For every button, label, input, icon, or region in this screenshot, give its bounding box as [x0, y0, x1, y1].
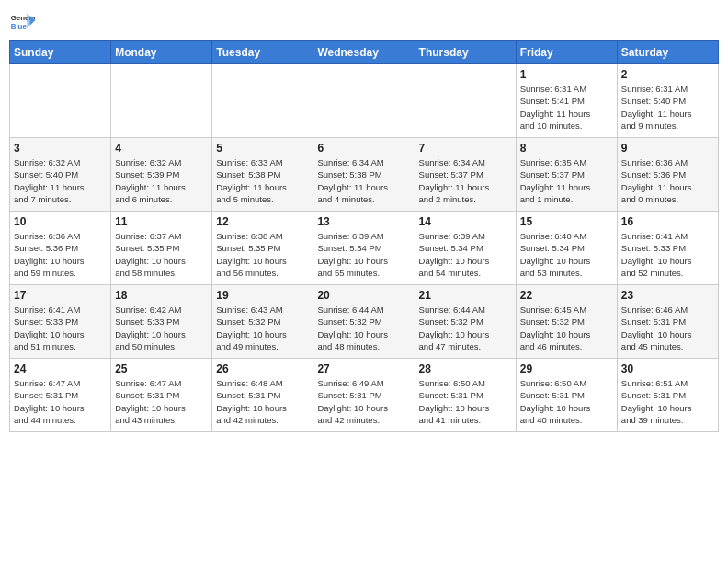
day-detail: Sunrise: 6:47 AM Sunset: 5:31 PM Dayligh…: [115, 377, 208, 426]
day-detail: Sunrise: 6:43 AM Sunset: 5:32 PM Dayligh…: [216, 304, 309, 352]
day-detail: Sunrise: 6:32 AM Sunset: 5:39 PM Dayligh…: [115, 156, 208, 205]
day-number: 14: [419, 215, 512, 228]
page-header: General Blue: [9, 9, 719, 35]
day-number: 10: [14, 215, 107, 228]
weekday-header-friday: Friday: [516, 41, 617, 64]
day-cell: [212, 64, 313, 138]
day-detail: Sunrise: 6:32 AM Sunset: 5:40 PM Dayligh…: [14, 156, 107, 205]
day-cell: 24Sunrise: 6:47 AM Sunset: 5:31 PM Dayli…: [10, 359, 111, 432]
day-number: 16: [621, 215, 714, 228]
week-row-1: 1Sunrise: 6:31 AM Sunset: 5:41 PM Daylig…: [10, 64, 719, 138]
day-number: 27: [317, 362, 410, 375]
day-detail: Sunrise: 6:45 AM Sunset: 5:32 PM Dayligh…: [520, 304, 613, 352]
day-detail: Sunrise: 6:31 AM Sunset: 5:40 PM Dayligh…: [621, 83, 714, 132]
weekday-header-tuesday: Tuesday: [212, 41, 313, 64]
day-number: 21: [419, 289, 512, 302]
day-detail: Sunrise: 6:47 AM Sunset: 5:31 PM Dayligh…: [14, 377, 107, 426]
day-number: 8: [520, 142, 613, 155]
day-number: 30: [621, 362, 714, 375]
day-cell: 6Sunrise: 6:34 AM Sunset: 5:38 PM Daylig…: [313, 138, 415, 212]
day-number: 26: [216, 362, 309, 375]
day-number: 22: [520, 289, 613, 302]
day-detail: Sunrise: 6:38 AM Sunset: 5:35 PM Dayligh…: [216, 230, 309, 279]
week-row-3: 10Sunrise: 6:36 AM Sunset: 5:36 PM Dayli…: [10, 212, 719, 285]
day-detail: Sunrise: 6:40 AM Sunset: 5:34 PM Dayligh…: [520, 230, 613, 279]
day-detail: Sunrise: 6:44 AM Sunset: 5:32 PM Dayligh…: [419, 304, 512, 352]
day-cell: 25Sunrise: 6:47 AM Sunset: 5:31 PM Dayli…: [111, 359, 212, 432]
week-row-4: 17Sunrise: 6:41 AM Sunset: 5:33 PM Dayli…: [10, 285, 719, 359]
day-detail: Sunrise: 6:34 AM Sunset: 5:37 PM Dayligh…: [419, 156, 512, 205]
day-cell: 20Sunrise: 6:44 AM Sunset: 5:32 PM Dayli…: [313, 285, 415, 359]
day-detail: Sunrise: 6:42 AM Sunset: 5:33 PM Dayligh…: [115, 304, 208, 352]
day-number: 17: [14, 289, 107, 302]
day-number: 2: [621, 68, 714, 81]
day-cell: [415, 64, 516, 138]
day-cell: 16Sunrise: 6:41 AM Sunset: 5:33 PM Dayli…: [617, 212, 718, 285]
weekday-row: SundayMondayTuesdayWednesdayThursdayFrid…: [10, 41, 719, 64]
day-cell: 29Sunrise: 6:50 AM Sunset: 5:31 PM Dayli…: [516, 359, 617, 432]
logo-icon: General Blue: [9, 9, 35, 35]
day-detail: Sunrise: 6:37 AM Sunset: 5:35 PM Dayligh…: [115, 230, 208, 279]
week-row-5: 24Sunrise: 6:47 AM Sunset: 5:31 PM Dayli…: [10, 359, 719, 432]
day-detail: Sunrise: 6:44 AM Sunset: 5:32 PM Dayligh…: [317, 304, 410, 352]
svg-text:Blue: Blue: [11, 22, 28, 30]
day-detail: Sunrise: 6:34 AM Sunset: 5:38 PM Dayligh…: [317, 156, 410, 205]
day-cell: 28Sunrise: 6:50 AM Sunset: 5:31 PM Dayli…: [415, 359, 516, 432]
logo: General Blue: [9, 9, 39, 35]
day-detail: Sunrise: 6:48 AM Sunset: 5:31 PM Dayligh…: [216, 377, 309, 426]
day-detail: Sunrise: 6:41 AM Sunset: 5:33 PM Dayligh…: [14, 304, 107, 352]
day-number: 24: [14, 362, 107, 375]
calendar-header: SundayMondayTuesdayWednesdayThursdayFrid…: [10, 41, 719, 64]
day-cell: 7Sunrise: 6:34 AM Sunset: 5:37 PM Daylig…: [415, 138, 516, 212]
day-cell: 21Sunrise: 6:44 AM Sunset: 5:32 PM Dayli…: [415, 285, 516, 359]
weekday-header-saturday: Saturday: [617, 41, 718, 64]
day-number: 7: [419, 142, 512, 155]
day-number: 23: [621, 289, 714, 302]
day-cell: 5Sunrise: 6:33 AM Sunset: 5:38 PM Daylig…: [212, 138, 313, 212]
day-detail: Sunrise: 6:39 AM Sunset: 5:34 PM Dayligh…: [317, 230, 410, 279]
weekday-header-monday: Monday: [111, 41, 212, 64]
day-detail: Sunrise: 6:36 AM Sunset: 5:36 PM Dayligh…: [621, 156, 714, 205]
day-number: 4: [115, 142, 208, 155]
day-number: 1: [520, 68, 613, 81]
day-number: 5: [216, 142, 309, 155]
day-detail: Sunrise: 6:49 AM Sunset: 5:31 PM Dayligh…: [317, 377, 410, 426]
day-cell: 17Sunrise: 6:41 AM Sunset: 5:33 PM Dayli…: [10, 285, 111, 359]
calendar-body: 1Sunrise: 6:31 AM Sunset: 5:41 PM Daylig…: [10, 64, 719, 432]
day-cell: 18Sunrise: 6:42 AM Sunset: 5:33 PM Dayli…: [111, 285, 212, 359]
day-cell: [111, 64, 212, 138]
day-detail: Sunrise: 6:33 AM Sunset: 5:38 PM Dayligh…: [216, 156, 309, 205]
day-cell: 22Sunrise: 6:45 AM Sunset: 5:32 PM Dayli…: [516, 285, 617, 359]
day-detail: Sunrise: 6:39 AM Sunset: 5:34 PM Dayligh…: [419, 230, 512, 279]
day-detail: Sunrise: 6:41 AM Sunset: 5:33 PM Dayligh…: [621, 230, 714, 279]
day-number: 25: [115, 362, 208, 375]
day-cell: 2Sunrise: 6:31 AM Sunset: 5:40 PM Daylig…: [617, 64, 718, 138]
weekday-header-wednesday: Wednesday: [313, 41, 415, 64]
day-cell: 15Sunrise: 6:40 AM Sunset: 5:34 PM Dayli…: [516, 212, 617, 285]
day-number: 20: [317, 289, 410, 302]
day-number: 19: [216, 289, 309, 302]
day-cell: 14Sunrise: 6:39 AM Sunset: 5:34 PM Dayli…: [415, 212, 516, 285]
day-cell: 23Sunrise: 6:46 AM Sunset: 5:31 PM Dayli…: [617, 285, 718, 359]
weekday-header-sunday: Sunday: [10, 41, 111, 64]
day-cell: [313, 64, 415, 138]
day-number: 13: [317, 215, 410, 228]
day-detail: Sunrise: 6:35 AM Sunset: 5:37 PM Dayligh…: [520, 156, 613, 205]
day-cell: 3Sunrise: 6:32 AM Sunset: 5:40 PM Daylig…: [10, 138, 111, 212]
weekday-header-thursday: Thursday: [415, 41, 516, 64]
day-detail: Sunrise: 6:36 AM Sunset: 5:36 PM Dayligh…: [14, 230, 107, 279]
day-cell: 10Sunrise: 6:36 AM Sunset: 5:36 PM Dayli…: [10, 212, 111, 285]
day-number: 12: [216, 215, 309, 228]
day-cell: [10, 64, 111, 138]
week-row-2: 3Sunrise: 6:32 AM Sunset: 5:40 PM Daylig…: [10, 138, 719, 212]
day-number: 11: [115, 215, 208, 228]
day-cell: 19Sunrise: 6:43 AM Sunset: 5:32 PM Dayli…: [212, 285, 313, 359]
day-number: 9: [621, 142, 714, 155]
day-detail: Sunrise: 6:50 AM Sunset: 5:31 PM Dayligh…: [520, 377, 613, 426]
day-cell: 4Sunrise: 6:32 AM Sunset: 5:39 PM Daylig…: [111, 138, 212, 212]
day-cell: 8Sunrise: 6:35 AM Sunset: 5:37 PM Daylig…: [516, 138, 617, 212]
day-number: 15: [520, 215, 613, 228]
day-detail: Sunrise: 6:51 AM Sunset: 5:31 PM Dayligh…: [621, 377, 714, 426]
day-cell: 12Sunrise: 6:38 AM Sunset: 5:35 PM Dayli…: [212, 212, 313, 285]
day-number: 29: [520, 362, 613, 375]
